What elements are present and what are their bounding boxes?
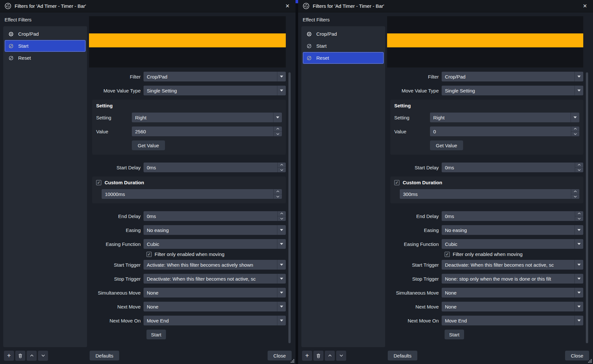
custom-duration-checkbox[interactable]: ✓ xyxy=(96,180,101,185)
chevron-down-icon[interactable] xyxy=(574,239,583,249)
chevron-down-icon[interactable] xyxy=(277,225,286,235)
value-input[interactable]: 2560 xyxy=(132,127,282,136)
end-delay-input[interactable]: 0ms xyxy=(144,211,286,221)
defaults-button[interactable]: Defaults xyxy=(90,351,119,360)
chevron-down-icon[interactable] xyxy=(277,274,286,284)
chevron-down-icon[interactable] xyxy=(277,316,286,325)
easing-select[interactable]: No easing xyxy=(144,225,286,235)
filter-item-reset[interactable]: Reset xyxy=(5,52,86,64)
filter-item-reset[interactable]: Reset xyxy=(303,52,384,64)
remove-filter-button[interactable] xyxy=(15,351,25,361)
next-move-select[interactable]: None xyxy=(442,302,583,311)
next-move-on-select[interactable]: Move End xyxy=(144,316,286,325)
chevron-down-icon[interactable] xyxy=(277,86,286,95)
chevron-down-icon[interactable] xyxy=(571,113,579,122)
chevron-down-icon[interactable] xyxy=(574,316,583,325)
spin-down-icon xyxy=(571,132,579,137)
filter-only-enabled-checkbox[interactable]: ✓ xyxy=(445,252,450,257)
chevron-down-icon[interactable] xyxy=(277,72,286,81)
vertical-scrollbar[interactable] xyxy=(586,72,588,345)
filter-item-start[interactable]: Start xyxy=(303,40,384,52)
spinner-buttons[interactable] xyxy=(273,189,282,199)
chevron-down-icon[interactable] xyxy=(277,260,286,270)
move-filter-up-button[interactable] xyxy=(325,351,335,361)
simultaneous-move-select[interactable]: None xyxy=(442,288,583,297)
filter-list[interactable]: Crop/Pad Start Reset xyxy=(301,26,385,347)
filter-select[interactable]: Crop/Pad xyxy=(442,72,583,81)
filter-list[interactable]: Crop/Pad Start Reset xyxy=(3,26,87,347)
close-icon[interactable]: ✕ xyxy=(284,2,291,10)
eye-visible-icon[interactable] xyxy=(306,31,312,37)
setting-select[interactable]: Right xyxy=(132,113,282,122)
eye-hidden-icon[interactable] xyxy=(306,55,312,61)
close-button[interactable]: Close xyxy=(565,351,589,360)
close-button[interactable]: Close xyxy=(268,351,292,360)
chevron-down-icon[interactable] xyxy=(277,239,286,249)
eye-hidden-icon[interactable] xyxy=(8,43,14,49)
get-value-button[interactable]: Get Value xyxy=(430,140,463,150)
chevron-down-icon[interactable] xyxy=(277,288,286,297)
remove-filter-button[interactable] xyxy=(313,351,323,361)
filter-select[interactable]: Crop/Pad xyxy=(144,72,286,81)
move-filter-up-button[interactable] xyxy=(27,351,37,361)
chevron-down-icon[interactable] xyxy=(277,302,286,311)
move-value-type-select[interactable]: Single Setting xyxy=(144,86,286,95)
eye-hidden-icon[interactable] xyxy=(8,55,14,61)
resize-grip[interactable] xyxy=(588,359,592,363)
next-move-on-select[interactable]: Move End xyxy=(442,316,583,325)
scrollbar-handle[interactable] xyxy=(586,72,588,343)
spinner-buttons[interactable] xyxy=(575,211,583,221)
chevron-down-icon[interactable] xyxy=(574,274,583,284)
filter-item-croppad[interactable]: Crop/Pad xyxy=(303,28,384,40)
filter-item-start[interactable]: Start xyxy=(5,40,86,52)
resize-grip[interactable] xyxy=(290,359,295,363)
chevron-down-icon[interactable] xyxy=(574,302,583,311)
spinner-buttons[interactable] xyxy=(273,127,282,136)
stop-trigger-select[interactable]: None: stop only when the move is done or… xyxy=(442,274,583,284)
easing-function-select[interactable]: Cubic xyxy=(442,239,583,249)
chevron-down-icon[interactable] xyxy=(574,86,583,95)
easing-select[interactable]: No easing xyxy=(442,225,583,235)
custom-duration-checkbox[interactable]: ✓ xyxy=(394,180,399,185)
stop-trigger-select[interactable]: Deactivate: When this filter becomes not… xyxy=(144,274,286,284)
eye-visible-icon[interactable] xyxy=(8,31,14,37)
end-delay-input[interactable]: 0ms xyxy=(442,211,583,221)
chevron-down-icon[interactable] xyxy=(574,260,583,270)
move-value-type-select[interactable]: Single Setting xyxy=(442,86,583,95)
setting-select[interactable]: Right xyxy=(430,113,579,122)
scrollbar-handle[interactable] xyxy=(288,72,291,343)
add-filter-button[interactable]: + xyxy=(4,351,14,361)
spinner-buttons[interactable] xyxy=(277,163,286,172)
get-value-button[interactable]: Get Value xyxy=(132,140,165,150)
value-input[interactable]: 0 xyxy=(430,127,579,136)
vertical-scrollbar[interactable] xyxy=(288,72,291,345)
close-icon[interactable]: ✕ xyxy=(582,2,588,10)
filter-item-croppad[interactable]: Crop/Pad xyxy=(5,28,86,40)
start-delay-input[interactable]: 0ms xyxy=(144,163,286,172)
next-move-select[interactable]: None xyxy=(144,302,286,311)
chevron-down-icon[interactable] xyxy=(574,225,583,235)
spinner-buttons[interactable] xyxy=(571,127,579,136)
spinner-buttons[interactable] xyxy=(571,189,579,199)
chevron-down-icon[interactable] xyxy=(273,113,282,122)
easing-function-select[interactable]: Cubic xyxy=(144,239,286,249)
chevron-down-icon[interactable] xyxy=(574,72,583,81)
spinner-buttons[interactable] xyxy=(575,163,583,172)
easing-function-label: Easing Function xyxy=(89,241,144,247)
spinner-buttons[interactable] xyxy=(277,211,286,221)
move-filter-down-button[interactable] xyxy=(336,351,346,361)
start-move-button[interactable]: Start xyxy=(146,330,166,339)
start-move-button[interactable]: Start xyxy=(445,330,464,339)
custom-duration-input[interactable]: 10000ms xyxy=(102,189,282,199)
eye-hidden-icon[interactable] xyxy=(306,43,312,49)
custom-duration-input[interactable]: 300ms xyxy=(400,189,579,199)
start-trigger-select[interactable]: Deactivate: When this filter becomes not… xyxy=(442,260,583,270)
start-trigger-select[interactable]: Activate: When this filter becomes activ… xyxy=(144,260,286,270)
move-filter-down-button[interactable] xyxy=(38,351,48,361)
start-delay-input[interactable]: 0ms xyxy=(442,163,583,172)
defaults-button[interactable]: Defaults xyxy=(388,351,417,360)
simultaneous-move-select[interactable]: None xyxy=(144,288,286,297)
add-filter-button[interactable]: + xyxy=(302,351,312,361)
filter-only-enabled-checkbox[interactable]: ✓ xyxy=(146,252,152,257)
chevron-down-icon[interactable] xyxy=(574,288,583,297)
